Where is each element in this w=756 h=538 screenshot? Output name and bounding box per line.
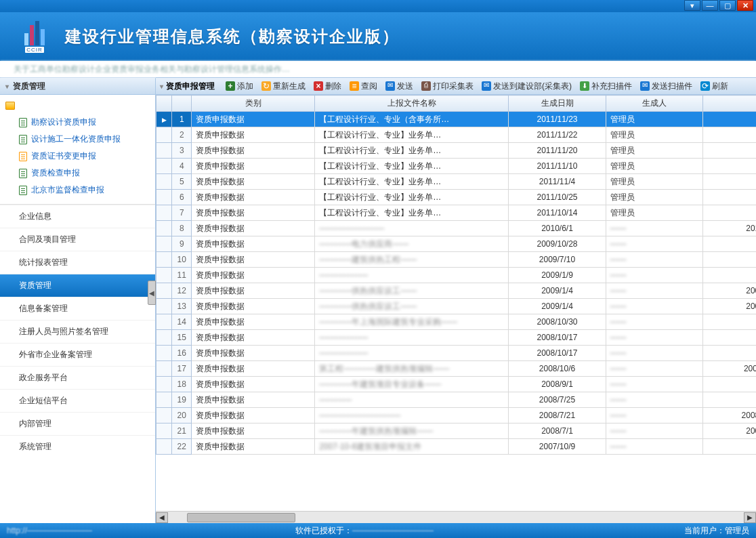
tree-item[interactable]: 资质检查申报 bbox=[18, 165, 152, 182]
table-cell bbox=[702, 205, 756, 221]
collapse-handle[interactable]: ◀ bbox=[148, 281, 156, 305]
refresh-button[interactable]: 刷新 bbox=[699, 79, 730, 94]
table-cell: 资质申报数据 bbox=[192, 330, 315, 346]
view-button[interactable]: 查阅 bbox=[348, 79, 379, 94]
tree-item-label[interactable]: 设计施工一体化资质申报 bbox=[31, 133, 121, 145]
column-header[interactable]: 发送日期 bbox=[702, 96, 756, 112]
nav-item[interactable]: 企业信息 bbox=[0, 205, 155, 228]
table-row[interactable]: 5资质申报数据【工程设计行业、专业】业务单…2011/11/4管理员 bbox=[156, 174, 757, 190]
send-build-button[interactable]: 发送到建设部(采集表) bbox=[480, 79, 573, 94]
regenerate-icon bbox=[261, 81, 271, 91]
table-cell: 资质申报数据 bbox=[192, 346, 315, 361]
app-logo: CCIR bbox=[16, 18, 53, 55]
table-row[interactable]: 13资质申报数据————供热供应设工——2009/1/4——2009/1/4 1… bbox=[156, 299, 757, 314]
tree-item-label[interactable]: 北京市监督检查申报 bbox=[31, 184, 104, 196]
column-header[interactable]: 上报文件名称 bbox=[315, 96, 509, 112]
column-header[interactable]: 生成人 bbox=[606, 96, 702, 112]
print-button[interactable]: 打印采集表 bbox=[420, 79, 475, 94]
table-row[interactable]: 18资质申报数据————年建筑项目专业设备——2008/9/1—— bbox=[156, 377, 757, 392]
nav-item[interactable]: 信息备案管理 bbox=[0, 297, 155, 320]
table-row[interactable]: 12资质申报数据————供热供应设工——2009/1/4——2009/1/4 1… bbox=[156, 283, 757, 299]
table-cell bbox=[156, 159, 172, 174]
nav-item[interactable]: 企业短信平台 bbox=[0, 389, 155, 412]
tree-item[interactable]: 北京市监督检查申报 bbox=[18, 182, 152, 199]
table-row[interactable]: 10资质申报数据————建筑供热工程——2009/7/10—— bbox=[156, 252, 757, 268]
table-row[interactable]: 9资质申报数据————电力供应商——2009/10/28—— bbox=[156, 236, 757, 252]
notice-bar: 关于工商单位勘察设计企业资质审报业务相关与勘察设计管理信息系统操作… bbox=[0, 61, 756, 77]
nav-item[interactable]: 政企服务平台 bbox=[0, 366, 155, 389]
scroll-left-arrow[interactable]: ◀ bbox=[156, 512, 168, 523]
nav-item[interactable]: 合同及项目管理 bbox=[0, 228, 155, 251]
horizontal-scrollbar[interactable]: ◀ ▶ bbox=[156, 511, 756, 523]
close-button[interactable]: ✕ bbox=[737, 0, 753, 11]
table-row[interactable]: 17资质申报数据第工程————建筑供热项编辑——2008/10/6——2008/… bbox=[156, 361, 757, 377]
table-cell: ————供热供应设工—— bbox=[315, 299, 509, 314]
table-row[interactable]: 6资质申报数据【工程设计行业、专业】业务单…2011/10/25管理员 bbox=[156, 190, 757, 205]
tree-item-label[interactable]: 勘察设计资质申报 bbox=[31, 117, 96, 128]
table-cell: 11 bbox=[172, 268, 192, 283]
table-cell: 2008/10/6 10:59 bbox=[702, 361, 756, 377]
tree-item[interactable]: 设计施工一体化资质申报 bbox=[18, 131, 152, 148]
table-cell: 20 bbox=[172, 408, 192, 423]
table-cell bbox=[156, 408, 172, 423]
table-row[interactable]: 14资质申报数据————年上海国际建筑专业采购——2008/10/30—— bbox=[156, 314, 757, 330]
table-cell: —— bbox=[606, 314, 702, 330]
left-section-title: 资质管理 bbox=[13, 81, 45, 92]
nav-item[interactable]: 注册人员与照片签名管理 bbox=[0, 320, 155, 343]
data-grid[interactable]: 类别上报文件名称生成日期生成人发送日期发送类型 1资质申报数据【工程设计行业、专… bbox=[156, 95, 756, 455]
table-cell: 2009/10/28 bbox=[509, 236, 606, 252]
send-scan-button[interactable]: 发送扫描件 bbox=[639, 79, 694, 94]
table-row[interactable]: 7资质申报数据【工程设计行业、专业】业务单…2011/10/14管理员 bbox=[156, 205, 757, 221]
column-header[interactable]: 生成日期 bbox=[509, 96, 606, 112]
table-row[interactable]: 11资质申报数据——————2009/1/9—— bbox=[156, 268, 757, 283]
dropdown-button[interactable]: ▾ bbox=[684, 0, 700, 11]
add-icon bbox=[226, 81, 235, 91]
nav-item[interactable]: 资质管理 bbox=[0, 274, 155, 297]
column-header[interactable]: 类别 bbox=[192, 96, 315, 112]
table-row[interactable]: 4资质申报数据【工程设计行业、专业】业务单…2011/11/10管理员 bbox=[156, 159, 757, 174]
send-button[interactable]: 发送 bbox=[384, 79, 415, 94]
table-cell: 资质申报数据 bbox=[192, 127, 315, 143]
table-cell bbox=[156, 190, 172, 205]
table-cell: —— bbox=[606, 408, 702, 423]
table-cell: 资质申报数据 bbox=[192, 159, 315, 174]
tree-item[interactable]: 勘察设计资质申报 bbox=[18, 114, 152, 131]
delete-button[interactable]: 删除 bbox=[312, 79, 343, 94]
table-row[interactable]: 15资质申报数据——————2008/10/17—— bbox=[156, 330, 757, 346]
minimize-button[interactable]: — bbox=[702, 0, 718, 11]
table-row[interactable]: 8资质申报数据————————2010/6/1——2010/6/1 15:12 bbox=[156, 221, 757, 236]
table-row[interactable]: 20资质申报数据——————————2008/7/21——2008/10/16 … bbox=[156, 408, 757, 423]
regenerate-button[interactable]: 重新生成 bbox=[260, 79, 307, 94]
left-section-header[interactable]: ▾ 资质管理 bbox=[0, 77, 155, 95]
table-row[interactable]: 3资质申报数据【工程设计行业、专业】业务单…2011/11/20管理员 bbox=[156, 143, 757, 159]
add-button[interactable]: 添加 bbox=[224, 79, 255, 94]
table-cell: 16 bbox=[172, 346, 192, 361]
table-row[interactable]: 21资质申报数据————年建筑供热项编辑——2008/7/1——2008/7/1… bbox=[156, 423, 757, 439]
tree-item-label[interactable]: 资质检查申报 bbox=[31, 167, 80, 179]
tree-item[interactable]: 资质证书变更申报 bbox=[18, 148, 152, 165]
nav-item[interactable]: 统计报表管理 bbox=[0, 251, 155, 274]
plugin-button[interactable]: 补充扫描件 bbox=[579, 79, 633, 94]
nav-item[interactable]: 外省市企业备案管理 bbox=[0, 343, 155, 366]
nav-item[interactable]: 内部管理 bbox=[0, 412, 155, 435]
table-row[interactable]: 22资质申报数据2007-10-8建筑项目申报文件2007/10/9—— bbox=[156, 439, 757, 455]
table-cell bbox=[156, 268, 172, 283]
nav-item[interactable]: 系统管理 bbox=[0, 435, 155, 458]
grid-area[interactable]: 类别上报文件名称生成日期生成人发送日期发送类型 1资质申报数据【工程设计行业、专… bbox=[156, 95, 756, 511]
maximize-button[interactable]: ▢ bbox=[719, 0, 736, 11]
table-cell: 资质申报数据 bbox=[192, 174, 315, 190]
scroll-right-arrow[interactable]: ▶ bbox=[744, 512, 756, 523]
column-header[interactable] bbox=[156, 96, 172, 112]
scroll-thumb[interactable] bbox=[187, 513, 295, 522]
tree-item-label[interactable]: 资质证书变更申报 bbox=[31, 150, 96, 162]
table-row[interactable]: 19资质申报数据————2008/7/25—— bbox=[156, 392, 757, 408]
column-header[interactable] bbox=[172, 96, 192, 112]
table-row[interactable]: 2资质申报数据【工程设计行业、专业】业务单…2011/11/22管理员 bbox=[156, 127, 757, 143]
table-row[interactable]: 1资质申报数据【工程设计行业、专业（含事务所…2011/11/23管理员 bbox=[156, 112, 757, 127]
table-cell: ————电力供应商—— bbox=[315, 236, 509, 252]
table-cell: 资质申报数据 bbox=[192, 377, 315, 392]
table-row[interactable]: 16资质申报数据——————2008/10/17—— bbox=[156, 346, 757, 361]
table-cell: 1 bbox=[172, 112, 192, 127]
table-cell: 管理员 bbox=[606, 159, 702, 174]
table-cell: 资质申报数据 bbox=[192, 408, 315, 423]
